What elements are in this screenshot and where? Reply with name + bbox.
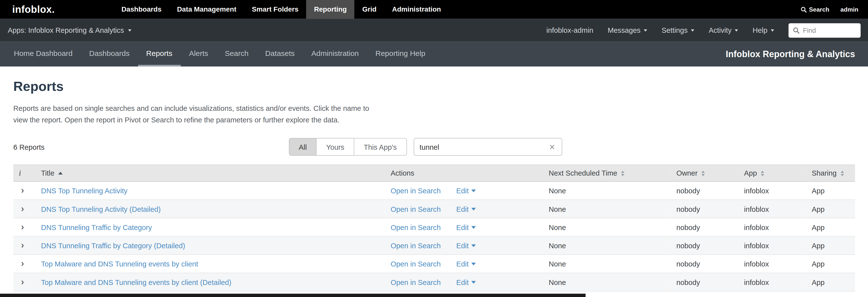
app-cell: infoblox <box>739 200 806 218</box>
next-scheduled-cell: None <box>543 182 671 200</box>
owner-cell: nobody <box>671 255 739 273</box>
caret-down-icon <box>471 263 476 265</box>
nav-home-dashboard[interactable]: Home Dashboard <box>6 42 81 66</box>
main-content: Reports Reports are based on single sear… <box>0 66 868 292</box>
reports-search-input[interactable] <box>420 143 548 151</box>
open-in-search-link[interactable]: Open in Search <box>391 241 441 250</box>
reports-search-box: × <box>413 138 562 156</box>
column-header-info: i <box>13 165 35 182</box>
filter-this-apps-button[interactable]: This App's <box>354 138 407 156</box>
messages-menu[interactable]: Messages <box>608 26 647 34</box>
edit-menu-link[interactable]: Edit <box>456 223 476 231</box>
nav-reports[interactable]: Reports <box>138 42 181 66</box>
table-row: › DNS Tunneling Traffic by Category Open… <box>13 218 855 236</box>
expand-row-icon[interactable]: › <box>19 241 26 250</box>
sharing-cell: App <box>806 182 855 200</box>
owner-cell: nobody <box>671 236 739 255</box>
nav-administration[interactable]: Administration <box>303 42 367 66</box>
expand-row-icon[interactable]: › <box>19 204 26 213</box>
expand-row-icon[interactable]: › <box>19 277 26 287</box>
report-title-link[interactable]: DNS Tunneling Traffic by Category <box>41 223 152 231</box>
chevron-down-icon <box>735 29 738 31</box>
open-in-search-link[interactable]: Open in Search <box>391 187 441 195</box>
nav-search[interactable]: Search <box>216 42 257 66</box>
next-scheduled-cell: None <box>543 255 671 273</box>
top-nav-data-management[interactable]: Data Management <box>169 0 244 19</box>
report-title-link[interactable]: DNS Tunneling Traffic by Category (Detai… <box>41 241 185 250</box>
edit-menu-link[interactable]: Edit <box>456 278 476 287</box>
clear-search-icon[interactable]: × <box>548 142 556 152</box>
top-nav-grid[interactable]: Grid <box>354 0 384 19</box>
column-header-app[interactable]: App <box>739 165 806 182</box>
chevron-down-icon <box>644 29 647 31</box>
app-window: infoblox. Dashboards Data Management Sma… <box>0 0 868 297</box>
filter-yours-button[interactable]: Yours <box>317 138 354 156</box>
top-nav-reporting[interactable]: Reporting <box>306 0 354 19</box>
global-search-button[interactable]: Search <box>801 6 829 13</box>
page-title: Reports <box>13 79 855 94</box>
open-in-search-link[interactable]: Open in Search <box>391 205 441 213</box>
sharing-cell: App <box>806 218 855 236</box>
reports-table: i Title Actions Next Scheduled Time Owne… <box>13 165 855 291</box>
app-bar: Apps: Infoblox Reporting & Analytics inf… <box>0 19 868 42</box>
apps-selector[interactable]: Apps: Infoblox Reporting & Analytics <box>8 26 131 34</box>
report-title-link[interactable]: DNS Top Tunneling Activity <box>41 187 128 195</box>
infoblox-logo[interactable]: infoblox. <box>0 0 114 19</box>
global-search-label: Search <box>809 6 830 13</box>
open-in-search-link[interactable]: Open in Search <box>391 278 441 287</box>
top-bar-right: Search admin <box>801 0 868 19</box>
settings-label: Settings <box>661 26 688 34</box>
expand-row-icon[interactable]: › <box>19 223 26 232</box>
next-scheduled-cell: None <box>543 236 671 255</box>
edit-menu-link[interactable]: Edit <box>456 205 476 213</box>
expand-row-icon[interactable]: › <box>19 259 26 268</box>
sort-toggle-icon <box>702 170 705 176</box>
open-in-search-link[interactable]: Open in Search <box>391 260 441 268</box>
table-row: › Top Malware and DNS Tunneling events b… <box>13 255 855 273</box>
expand-row-icon[interactable]: › <box>19 186 26 195</box>
activity-menu[interactable]: Activity <box>709 26 738 34</box>
owner-cell: nobody <box>671 218 739 236</box>
list-controls: 6 Reports All Yours This App's × <box>13 138 855 156</box>
nav-dashboards[interactable]: Dashboards <box>81 42 138 66</box>
app-cell: infoblox <box>739 218 806 236</box>
app-cell: infoblox <box>739 273 806 291</box>
column-header-actions: Actions <box>385 165 543 182</box>
activity-label: Activity <box>709 26 732 34</box>
report-title-link[interactable]: Top Malware and DNS Tunneling events by … <box>41 260 198 268</box>
column-header-next-scheduled[interactable]: Next Scheduled Time <box>543 165 671 182</box>
settings-menu[interactable]: Settings <box>661 26 694 34</box>
edit-menu-link[interactable]: Edit <box>456 260 476 268</box>
sharing-cell: App <box>806 200 855 218</box>
next-scheduled-cell: None <box>543 200 671 218</box>
sort-ascending-icon <box>58 172 63 175</box>
report-title-link[interactable]: DNS Top Tunneling Activity (Detailed) <box>41 205 161 213</box>
user-menu-infoblox-admin[interactable]: infoblox-admin <box>547 26 593 34</box>
nav-alerts[interactable]: Alerts <box>181 42 216 66</box>
report-title-link[interactable]: Top Malware and DNS Tunneling events by … <box>41 278 231 287</box>
admin-user-menu[interactable]: admin <box>840 6 858 13</box>
top-nav-smart-folders[interactable]: Smart Folders <box>244 0 306 19</box>
column-header-sharing[interactable]: Sharing <box>806 165 855 182</box>
table-row: › DNS Top Tunneling Activity Open in Sea… <box>13 182 855 200</box>
open-in-search-link[interactable]: Open in Search <box>391 223 441 231</box>
top-nav-administration[interactable]: Administration <box>384 0 448 19</box>
caret-down-icon <box>471 208 476 210</box>
sharing-cell: App <box>806 236 855 255</box>
edit-menu-link[interactable]: Edit <box>456 241 476 250</box>
find-input[interactable] <box>803 26 856 34</box>
help-menu[interactable]: Help <box>753 26 774 34</box>
column-header-title[interactable]: Title <box>35 165 385 182</box>
filter-all-button[interactable]: All <box>289 138 317 156</box>
app-cell: infoblox <box>739 255 806 273</box>
edit-menu-link[interactable]: Edit <box>456 187 476 195</box>
page-description: Reports are based on single searches and… <box>13 102 855 126</box>
messages-label: Messages <box>608 26 641 34</box>
column-header-owner[interactable]: Owner <box>671 165 739 182</box>
top-nav-dashboards[interactable]: Dashboards <box>114 0 169 19</box>
reporting-nav-bar: Home Dashboard Dashboards Reports Alerts… <box>0 42 868 66</box>
nav-reporting-help[interactable]: Reporting Help <box>367 42 434 66</box>
nav-datasets[interactable]: Datasets <box>257 42 303 66</box>
description-line-2: view the report. Open the report in Pivo… <box>13 114 855 126</box>
next-scheduled-cell: None <box>543 218 671 236</box>
